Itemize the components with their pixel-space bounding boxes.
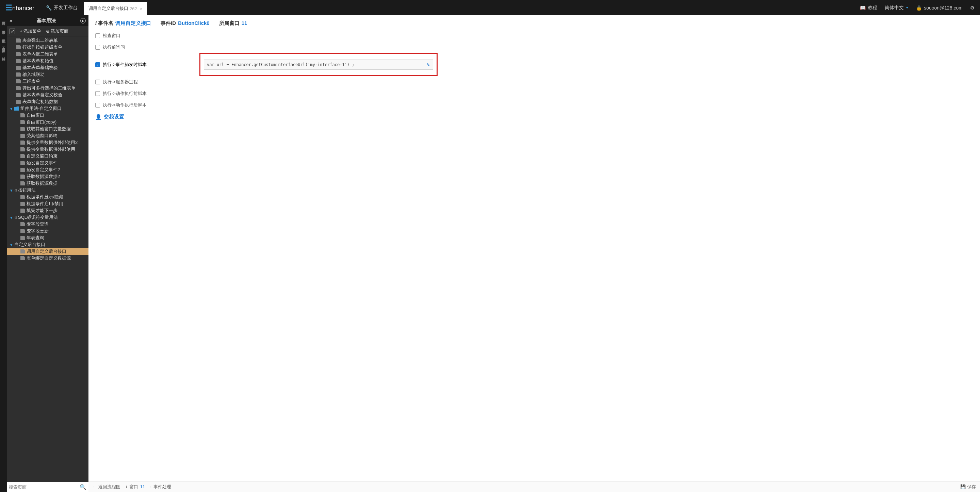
code-input[interactable]: var url = Enhancer.getCustomInterfaceUrl… — [204, 59, 433, 70]
iconstrip-item[interactable]: 页面管理 — [1, 18, 6, 20]
main-header: i事件名调用自定义接口 事件IDButtonClick0 所属窗口11 — [89, 15, 980, 30]
play-icon[interactable]: ▶ — [80, 18, 86, 24]
tree-item[interactable]: ▾⚙SQL标识符变量用法 — [7, 214, 89, 221]
collapse-icon[interactable]: « — [10, 18, 12, 24]
tree-item[interactable]: 提供变量数据供外部使用 — [7, 146, 89, 153]
breadcrumb: i 窗口 11 → 事件处理 — [126, 484, 171, 490]
file-icon — [21, 175, 25, 178]
back-button[interactable]: ← 返回流程图 — [92, 484, 121, 490]
workbench-button[interactable]: 🔧 开发工作台 — [40, 5, 84, 11]
tree-item[interactable]: 弹出可多行选择的二维表单 — [7, 85, 89, 92]
tree-item[interactable]: 触发自定义事件 — [7, 159, 89, 166]
iconstrip-item[interactable]: 自定义 Http 接口 — [1, 44, 6, 56]
tree-item[interactable]: 自由窗口(copy) — [7, 119, 89, 126]
pre-confirm-label: 执行前询问 — [103, 44, 125, 50]
tree-item[interactable]: 自定义窗口约束 — [7, 153, 89, 159]
tree-item[interactable]: 表单内嵌二维表单 — [7, 51, 89, 57]
tree-item-label: 组件用法-自定义窗口 — [21, 105, 62, 111]
pre-confirm-row: 执行前询问 — [95, 41, 973, 53]
iconstrip-item[interactable]: 全局配置 — [1, 35, 6, 38]
tutorial-link[interactable]: 📖 教程 — [860, 5, 877, 11]
crumb-window-label: 窗口 — [129, 484, 138, 490]
teach-link[interactable]: 👤 交我设置 — [95, 114, 973, 120]
tree-item-label: 表单绑定初始数据 — [22, 99, 58, 105]
search-icon[interactable]: 🔍 — [80, 484, 86, 490]
tree-item[interactable]: 根据条件启用/禁用 — [7, 201, 89, 207]
tree-item[interactable]: 获取数据源数据 — [7, 180, 89, 187]
tree-item[interactable]: ▾⚙按钮用法 — [7, 187, 89, 194]
pre-confirm-checkbox[interactable] — [95, 45, 100, 50]
file-icon — [21, 236, 25, 240]
tree-item[interactable]: 基本表单初始值 — [7, 57, 89, 64]
tree-item-label: 获取数据源数据 — [27, 180, 57, 186]
tree-item-label: 变字段更新 — [27, 228, 49, 234]
wrench-icon: 🔧 — [46, 5, 52, 11]
file-icon — [21, 209, 25, 213]
tree-item[interactable]: 获取其他窗口变量数据 — [7, 126, 89, 132]
server-process-row: 执行->服务器过程 — [95, 76, 973, 88]
tree-item[interactable]: 提供变量数据供外部使用2 — [7, 139, 89, 146]
tree-item[interactable]: 填完才能下一步 — [7, 207, 89, 214]
tree-item[interactable]: 自由窗口 — [7, 112, 89, 119]
gear-icon: ⚙ — [14, 188, 18, 192]
add-page-button[interactable]: ⊕添加页面 — [46, 28, 68, 34]
tree-item-label: 表单弹出二维表单 — [22, 37, 58, 43]
tree-item-label: 自由窗口(copy) — [27, 119, 56, 125]
save-button[interactable]: 💾 保存 — [960, 484, 976, 490]
post-action-script-checkbox[interactable] — [95, 103, 100, 108]
tree-item[interactable]: 表单绑定自定义数据源 — [7, 255, 89, 262]
settings-button[interactable]: ⚙ — [970, 5, 975, 11]
active-tab[interactable]: 调用自定义后台接口 262 × — [84, 2, 147, 15]
bottombar: ← 返回流程图 i 窗口 11 → 事件处理 💾 保存 — [89, 481, 980, 492]
tree-item[interactable]: ▾组件用法-自定义窗口 — [7, 105, 89, 112]
tree-item-label: SQL标识符变量用法 — [18, 214, 58, 220]
language-selector[interactable]: 简体中文 — [885, 5, 908, 11]
tree-item[interactable]: 年表查询 — [7, 234, 89, 241]
edit-icon[interactable]: ✎ — [426, 62, 430, 67]
user-menu[interactable]: 🔒 soooon@126.com — [916, 5, 963, 11]
tree-item[interactable]: 根据条件显示/隐藏 — [7, 194, 89, 201]
iconstrip-item[interactable]: 事件管理 — [1, 26, 6, 29]
tree-item-label: 提供变量数据供外部使用2 — [27, 140, 78, 146]
tree-item[interactable]: 表单绑定初始数据 — [7, 98, 89, 105]
expand-icon[interactable]: ⤢ — [10, 29, 15, 34]
tree-item-label: 触发自定义事件 — [27, 160, 57, 166]
event-id-label: 事件ID — [161, 20, 176, 26]
crumb-window-id[interactable]: 11 — [140, 484, 145, 489]
gear-icon: ⚙ — [14, 216, 18, 220]
page-tree[interactable]: 表单弹出二维表单行操作按钮超级表单表单内嵌二维表单基本表单初始值基本表单基础校验… — [7, 37, 89, 482]
pre-action-script-checkbox[interactable] — [95, 91, 100, 96]
file-icon — [16, 45, 21, 49]
tree-item[interactable]: 获取数据源数据2 — [7, 173, 89, 180]
tree-item-label: 自定义窗口约束 — [27, 153, 57, 159]
tree-item[interactable]: 受其他窗口影响 — [7, 132, 89, 139]
tree-item[interactable]: 基本表单自定义校验 — [7, 92, 89, 98]
tree-item[interactable]: 调用自定义后台接口 — [7, 248, 89, 255]
tree-item[interactable]: ▾自定义后台接口 — [7, 241, 89, 248]
tree-item[interactable]: 三维表单 — [7, 78, 89, 85]
sidebar: « 基本用法 ▶ ⤢ +添加菜单 ⊕添加页面 表单弹出二维表单行操作按钮超级表单… — [7, 15, 89, 492]
tree-item-label: 表单内嵌二维表单 — [22, 51, 58, 57]
trigger-script-checkbox[interactable]: ✓ — [95, 62, 100, 67]
tree-item[interactable]: 变字段更新 — [7, 228, 89, 234]
tree-item[interactable]: 行操作按钮超级表单 — [7, 44, 89, 51]
window-label: 所属窗口 — [219, 20, 240, 26]
file-icon — [16, 38, 21, 43]
search-input[interactable] — [9, 484, 80, 490]
tree-item[interactable]: 变字段查询 — [7, 221, 89, 228]
tree-item[interactable]: 输入域联动 — [7, 71, 89, 78]
tree-item-label: 变字段查询 — [27, 221, 49, 227]
event-name-label: 事件名 — [98, 20, 113, 26]
add-menu-button[interactable]: +添加菜单 — [20, 28, 41, 34]
close-tab-icon[interactable]: × — [140, 6, 143, 11]
back-label: 返回流程图 — [98, 484, 121, 490]
file-icon — [16, 79, 21, 83]
tree-item[interactable]: 基本表单基础校验 — [7, 64, 89, 71]
tree-item[interactable]: 触发自定义事件2 — [7, 166, 89, 173]
check-window-checkbox[interactable] — [95, 33, 100, 38]
tree-item[interactable]: 表单弹出二维表单 — [7, 37, 89, 44]
tree-item-label: 受其他窗口影响 — [27, 133, 57, 139]
tree-item-label: 触发自定义事件2 — [27, 167, 60, 173]
server-process-checkbox[interactable] — [95, 80, 100, 84]
file-icon — [16, 93, 21, 97]
